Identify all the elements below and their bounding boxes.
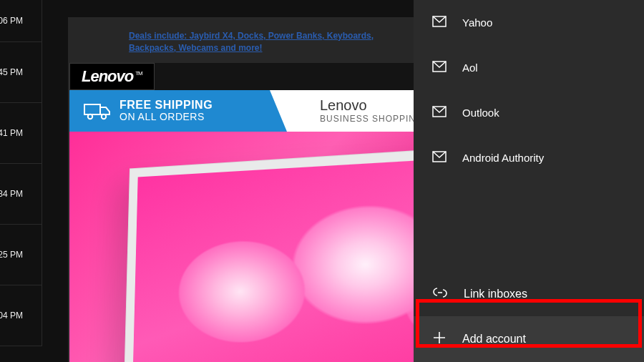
mail-icon xyxy=(432,151,447,165)
flyout-spacer xyxy=(414,180,644,272)
ship-brand: Lenovo xyxy=(320,97,367,114)
message-cell[interactable]: :41 PM xyxy=(0,103,42,164)
account-label: Android Authority xyxy=(462,152,544,164)
add-account-button[interactable]: Add account xyxy=(414,316,644,362)
truck-icon xyxy=(84,102,111,120)
account-item-yahoo[interactable]: Yahoo xyxy=(414,0,644,45)
message-time: :06 PM xyxy=(0,16,23,26)
message-time: :04 PM xyxy=(0,310,23,321)
lenovo-logo[interactable]: LenovoTM xyxy=(69,63,155,90)
message-time: :34 PM xyxy=(0,189,23,199)
ship-line2: ON ALL ORDERS xyxy=(119,112,213,122)
add-account-label: Add account xyxy=(462,333,526,346)
mail-icon xyxy=(432,16,447,29)
accounts-flyout: Yahoo Aol Outlook Android Authority Link… xyxy=(414,0,644,362)
ship-sub: BUSINESS SHOPPING xyxy=(320,114,423,124)
message-cell[interactable]: :34 PM xyxy=(0,164,42,225)
link-icon xyxy=(432,286,448,302)
message-cell[interactable]: :45 PM xyxy=(0,42,42,103)
ship-left: FREE SHIPPING ON ALL ORDERS xyxy=(69,90,270,132)
link-inboxes-label: Link inboxes xyxy=(464,288,527,300)
account-label: Outlook xyxy=(462,107,499,119)
message-time: :45 PM xyxy=(0,67,23,77)
message-list-column: :06 PM :45 PM :41 PM :34 PM :25 PM :04 P… xyxy=(0,0,42,362)
ship-text: FREE SHIPPING ON ALL ORDERS xyxy=(119,99,213,122)
account-item-android-authority[interactable]: Android Authority xyxy=(414,135,644,180)
trademark: TM xyxy=(135,70,142,77)
account-item-outlook[interactable]: Outlook xyxy=(414,90,644,135)
link-inboxes-button[interactable]: Link inboxes xyxy=(414,272,644,316)
account-item-aol[interactable]: Aol xyxy=(414,45,644,90)
svg-point-2 xyxy=(102,114,106,118)
svg-point-1 xyxy=(88,114,92,118)
account-label: Aol xyxy=(462,62,478,74)
deal-link[interactable]: Deals include: Jaybird X4, Docks, Power … xyxy=(68,17,469,63)
message-time: :41 PM xyxy=(0,128,23,138)
plus-icon xyxy=(432,331,447,348)
ship-line1: FREE SHIPPING xyxy=(119,99,213,112)
account-label: Yahoo xyxy=(462,16,492,29)
message-cell[interactable]: :04 PM xyxy=(0,285,42,346)
mail-icon xyxy=(432,106,447,119)
mail-icon xyxy=(432,61,447,74)
brand-text: Lenovo xyxy=(82,67,133,86)
message-time: :25 PM xyxy=(0,250,23,260)
svg-rect-0 xyxy=(84,104,100,114)
message-cell[interactable]: :25 PM xyxy=(0,225,42,285)
message-cell[interactable]: :06 PM xyxy=(0,0,42,42)
